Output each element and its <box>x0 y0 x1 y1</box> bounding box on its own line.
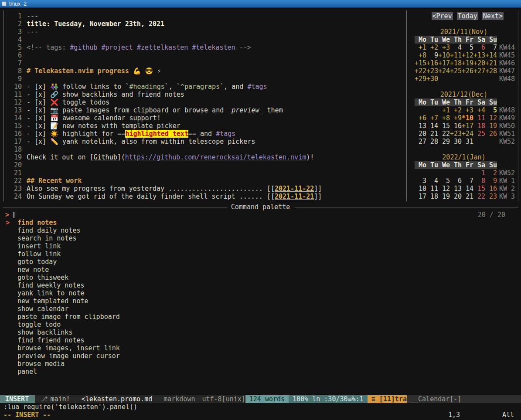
calendar-day[interactable]: +1 <box>438 106 450 114</box>
editor-line[interactable]: 17- [x] ✏️ yank notelink, also from with… <box>4 138 403 146</box>
calendar-day[interactable]: 23 <box>485 193 497 200</box>
palette-item-selected[interactable]: >find notes <box>0 219 405 227</box>
palette-item[interactable]: search in notes <box>0 234 405 242</box>
calendar-day[interactable]: +22 <box>415 67 426 75</box>
calendar-day[interactable]: +19 <box>462 59 473 67</box>
calendar-day[interactable]: +20 <box>473 59 485 67</box>
editor-line[interactable]: 6 <box>4 51 403 59</box>
calendar-day[interactable]: 5 <box>462 44 473 51</box>
calendar-day[interactable]: +7 <box>426 114 438 122</box>
calendar-day[interactable]: +17 <box>438 59 450 67</box>
calendar-day[interactable]: +10 <box>438 51 450 59</box>
calendar-day[interactable]: 16 <box>485 185 497 193</box>
palette-item[interactable]: new note <box>0 266 405 274</box>
editor-line[interactable]: 9 <box>4 75 403 83</box>
calendar-day[interactable]: 5 <box>485 106 497 114</box>
calendar-day[interactable]: +15 <box>415 59 426 67</box>
calendar-day[interactable]: 13 <box>415 122 426 130</box>
calendar-day[interactable]: +4 <box>473 106 485 114</box>
editor-line[interactable]: 18 <box>4 146 403 153</box>
calendar-day[interactable]: 1 <box>473 169 485 177</box>
calendar-day[interactable]: 7 <box>462 177 473 185</box>
calendar-today-button[interactable]: Today <box>457 12 478 20</box>
calendar-day[interactable]: 26 <box>485 130 497 138</box>
calendar-day[interactable]: +6 <box>415 114 426 122</box>
calendar-day[interactable]: 12 <box>438 185 450 193</box>
palette-item[interactable]: toggle todo <box>0 321 405 329</box>
calendar-day[interactable]: 15 <box>438 122 450 130</box>
calendar-day[interactable]: *10 <box>462 114 473 122</box>
calendar-day[interactable]: 19 <box>485 122 497 130</box>
editor-line[interactable]: 16- [x] ☀️ highlight for ==highlighted t… <box>4 130 403 138</box>
calendar-day[interactable]: 16 <box>450 122 462 130</box>
palette-item[interactable]: panel <box>0 368 405 376</box>
palette-item[interactable]: find weekly notes <box>0 281 405 289</box>
calendar-day[interactable]: 5 <box>438 177 450 185</box>
calendar-day[interactable]: +3 <box>438 44 450 51</box>
editor-line[interactable]: 3--- <box>4 28 403 36</box>
calendar-day[interactable]: +8 <box>438 114 450 122</box>
palette-prompt[interactable]: > 20 / 20 <box>0 211 521 219</box>
calendar-day[interactable]: 27 <box>415 138 426 146</box>
editor-line[interactable]: 1--- <box>4 12 403 20</box>
calendar-day[interactable]: 14 <box>462 185 473 193</box>
calendar-day[interactable]: +28 <box>485 67 497 75</box>
calendar-day[interactable]: +30 <box>426 75 438 83</box>
palette-item[interactable]: show backlinks <box>0 329 405 336</box>
calendar-day[interactable]: +23 <box>450 130 462 138</box>
calendar-next-button[interactable]: Next> <box>482 12 504 20</box>
editor-line[interactable]: 15- [x] 📝 new notes with template picker <box>4 122 403 130</box>
editor-line[interactable]: 7 <box>4 59 403 67</box>
calendar-day[interactable]: 31 <box>462 138 473 146</box>
palette-item[interactable]: browse images, insert link <box>0 344 405 352</box>
editor-line[interactable]: 22## Recent work <box>4 177 403 185</box>
calendar-day[interactable]: 6 <box>473 44 485 51</box>
calendar-day[interactable]: +18 <box>450 59 462 67</box>
calendar-day[interactable]: 29 <box>438 138 450 146</box>
calendar-day[interactable]: +26 <box>462 67 473 75</box>
editor-line[interactable]: 20 <box>4 161 403 169</box>
calendar-day[interactable]: +13 <box>473 51 485 59</box>
palette-item[interactable]: goto today <box>0 258 405 266</box>
palette-item[interactable]: follow link <box>0 250 405 258</box>
calendar-day[interactable]: 4 <box>426 177 438 185</box>
calendar-day[interactable]: 12 <box>485 114 497 122</box>
calendar-day[interactable]: 21 <box>426 130 438 138</box>
editor-line[interactable]: 4 <box>4 36 403 44</box>
editor-line[interactable]: 5<!-- tags: #github #project #zettelkast… <box>4 44 403 51</box>
calendar-day[interactable]: 14 <box>426 122 438 130</box>
calendar-day[interactable]: 3 <box>415 177 426 185</box>
calendar-day[interactable]: 19 <box>438 193 450 200</box>
calendar-day[interactable]: +24 <box>438 67 450 75</box>
palette-item[interactable]: paste image from clipboard <box>0 313 405 321</box>
calendar-day[interactable]: +21 <box>485 59 497 67</box>
editor-line[interactable]: 2title: Tuesday, November 23th, 2021 <box>4 20 403 28</box>
calendar-day[interactable]: 25 <box>473 130 485 138</box>
editor-line[interactable]: 21 <box>4 169 403 177</box>
calendar-day[interactable]: +2 <box>426 44 438 51</box>
calendar-day[interactable]: +9 <box>450 114 462 122</box>
calendar-day[interactable]: +2 <box>450 106 462 114</box>
calendar-day[interactable]: +8 <box>415 51 426 59</box>
editor-line[interactable]: 24On Sunday we got rid of the daily find… <box>4 193 403 200</box>
calendar-day[interactable]: 8 <box>473 177 485 185</box>
palette-item[interactable]: find friend notes <box>0 336 405 344</box>
calendar-day[interactable]: +3 <box>462 106 473 114</box>
palette-item[interactable]: goto thisweek <box>0 274 405 281</box>
palette-item[interactable]: new templated note <box>0 297 405 305</box>
calendar-day[interactable]: 22 <box>473 193 485 200</box>
editor-line[interactable]: 10- [x] 👫 follow links to `#headings`, `… <box>4 83 403 91</box>
palette-item[interactable]: preview image under cursor <box>0 352 405 360</box>
calendar-day[interactable]: 9 <box>426 51 438 59</box>
calendar-day[interactable]: 18 <box>426 193 438 200</box>
calendar-day[interactable]: 17 <box>415 193 426 200</box>
calendar-day[interactable]: +16 <box>426 59 438 67</box>
editor-line[interactable]: 12- [x] ❌ toggle todos <box>4 98 403 106</box>
editor-line[interactable]: 19Check it out on [Github](https://githu… <box>4 153 403 161</box>
palette-item[interactable]: browse media <box>0 360 405 368</box>
palette-item[interactable]: show calendar <box>0 305 405 313</box>
calendar-day[interactable]: 22 <box>438 130 450 138</box>
calendar-day[interactable]: +25 <box>450 67 462 75</box>
calendar-day[interactable]: 30 <box>450 138 462 146</box>
calendar-day[interactable]: 28 <box>426 138 438 146</box>
